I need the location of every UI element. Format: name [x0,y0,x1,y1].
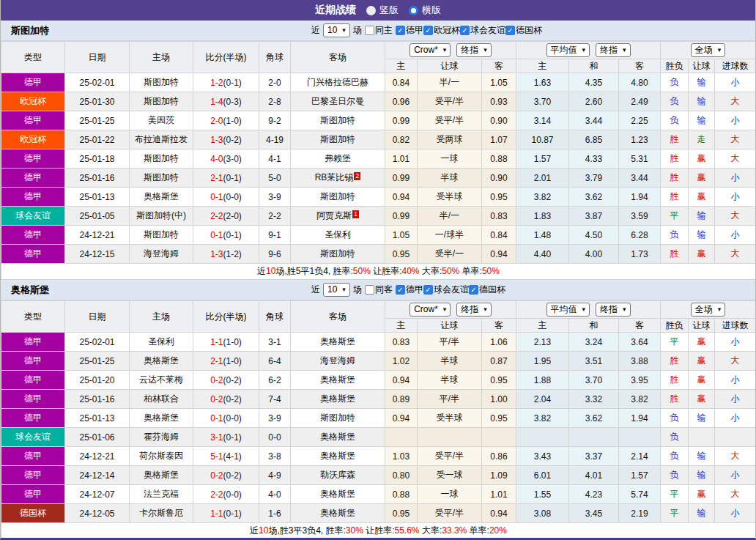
away-team-cell[interactable]: 奥格斯堡 [291,447,385,466]
layout-radio-vertical[interactable]: 竖版 [366,4,399,17]
home-team-link[interactable]: 美因茨 [148,115,174,125]
away-team-cell[interactable]: 海登海姆 [291,352,385,371]
league-filter-checkbox[interactable]: ✓欧冠杯 [423,24,460,37]
home-team-cell[interactable]: 斯图加特 [130,226,193,245]
away-team-link[interactable]: 奥格斯堡 [320,374,355,385]
home-team-cell[interactable]: 霍芬海姆 [130,428,193,447]
home-team-cell[interactable]: 斯图加特(中) [130,207,193,226]
same-venue-checkbox[interactable]: ✓ 同客 [365,284,393,296]
same-venue-checkbox[interactable]: ✓ 同主 [365,24,393,37]
home-team-link[interactable]: 斯图加特 [144,77,179,87]
away-team-link[interactable]: 巴黎圣日尔曼 [311,96,364,106]
checkbox-icon[interactable]: ✓ [365,285,374,295]
avg-final-select[interactable]: 终指▾ [596,303,631,317]
home-team-cell[interactable]: 美因茨 [130,111,193,130]
home-team-cell[interactable]: 奥格斯堡 [130,188,193,207]
home-team-cell[interactable]: 布拉迪斯拉发 [130,130,193,149]
away-team-cell[interactable]: 奥格斯堡 [291,428,385,447]
away-team-cell[interactable]: 奥格斯堡 [291,333,385,352]
away-team-link[interactable]: 海登海姆 [320,355,355,366]
checkbox-checked-icon[interactable]: ✓ [460,26,470,35]
away-team-link[interactable]: RB莱比锡 [315,172,354,182]
away-team-link[interactable]: 圣保利 [325,229,351,240]
away-team-cell[interactable]: 弗赖堡 [291,149,385,169]
league-filter-checkbox[interactable]: ✓德甲 [396,24,423,37]
home-team-cell[interactable]: 斯图加特 [130,149,193,169]
away-team-cell[interactable]: 奥格斯堡 [291,371,385,390]
scope-select[interactable]: 全场▾ [691,43,726,57]
away-team-link[interactable]: 斯图加特 [320,248,355,259]
away-team-cell[interactable]: 斯图加特 [291,111,385,130]
away-team-cell[interactable]: 奥格斯堡 [291,504,385,523]
games-count-select[interactable]: 10▾ [323,283,350,297]
home-team-link[interactable]: 斯图加特(中) [136,210,186,221]
home-team-cell[interactable]: 卡尔斯鲁厄 [130,504,193,523]
odds-final-select[interactable]: 终指▾ [456,43,492,57]
checkbox-checked-icon[interactable]: ✓ [423,285,433,295]
checkbox-icon[interactable]: ✓ [365,26,374,35]
average-select[interactable]: 平均值▾ [546,43,590,57]
away-team-cell[interactable]: RB莱比锡2 [291,169,385,188]
home-team-cell[interactable]: 奥格斯堡 [130,466,193,485]
home-team-cell[interactable]: 柏林联合 [130,390,193,409]
home-team-cell[interactable]: 法兰克福 [130,485,193,504]
away-team-link[interactable]: 奥格斯堡 [320,432,355,442]
away-team-link[interactable]: 阿贾克斯 [316,210,352,221]
bookmaker-select[interactable]: Crow*▾ [410,43,451,57]
games-count-select[interactable]: 10▾ [323,23,350,37]
league-filter-checkbox[interactable]: ✓球会友谊 [460,24,505,37]
home-team-link[interactable]: 布拉迪斯拉发 [135,134,188,144]
away-team-cell[interactable]: 斯图加特 [291,188,385,207]
home-team-link[interactable]: 法兰克福 [144,489,179,499]
home-team-link[interactable]: 柏林联合 [144,393,179,404]
radio-checked-icon[interactable] [409,6,418,15]
away-team-link[interactable]: 奥格斯堡 [320,489,355,499]
checkbox-checked-icon[interactable]: ✓ [423,26,433,35]
away-team-link[interactable]: 斯图加特 [320,191,355,201]
checkbox-checked-icon[interactable]: ✓ [469,285,478,295]
home-team-link[interactable]: 奥格斯堡 [144,470,179,480]
avg-final-select[interactable]: 终指▾ [596,43,631,57]
radio-icon[interactable] [366,6,376,15]
average-select[interactable]: 平均值▾ [546,303,590,317]
away-team-cell[interactable]: 斯图加特 [291,409,385,428]
away-team-link[interactable]: 奥格斯堡 [320,508,355,518]
home-team-link[interactable]: 奥格斯堡 [144,191,179,201]
away-team-link[interactable]: 门兴格拉德巴赫 [307,77,368,87]
home-team-link[interactable]: 霍芬海姆 [144,432,179,442]
home-team-cell[interactable]: 斯图加特 [130,169,193,188]
odds-final-select[interactable]: 终指▾ [456,303,492,317]
layout-radio-horizontal[interactable]: 横版 [409,4,441,17]
home-team-link[interactable]: 奥格斯堡 [144,413,179,423]
home-team-cell[interactable]: 荷尔斯泰因 [130,447,193,466]
home-team-cell[interactable]: 斯图加特 [130,73,193,92]
checkbox-checked-icon[interactable]: ✓ [396,285,405,295]
home-team-link[interactable]: 斯图加特 [144,96,179,106]
away-team-link[interactable]: 弗赖堡 [325,153,351,163]
checkbox-checked-icon[interactable]: ✓ [505,26,515,35]
home-team-link[interactable]: 斯图加特 [144,229,179,240]
home-team-cell[interactable]: 奥格斯堡 [130,409,193,428]
away-team-link[interactable]: 奥格斯堡 [320,336,355,347]
away-team-cell[interactable]: 巴黎圣日尔曼 [291,92,385,111]
away-team-link[interactable]: 奥格斯堡 [320,393,355,404]
away-team-cell[interactable]: 斯图加特 [291,245,385,264]
home-team-cell[interactable]: 奥格斯堡 [130,352,193,371]
away-team-link[interactable]: 斯图加特 [320,134,355,144]
home-team-cell[interactable]: 海登海姆 [130,245,193,264]
home-team-link[interactable]: 斯图加特 [144,153,179,163]
bookmaker-select[interactable]: Crow*▾ [410,303,451,317]
home-team-link[interactable]: 卡尔斯鲁厄 [139,508,183,518]
away-team-link[interactable]: 斯图加特 [320,115,355,125]
scope-select[interactable]: 全场▾ [691,303,726,317]
home-team-link[interactable]: 圣保利 [148,336,174,347]
home-team-link[interactable]: 海登海姆 [144,248,179,259]
away-team-link[interactable]: 斯图加特 [320,413,355,423]
home-team-cell[interactable]: 云达不莱梅 [130,371,193,390]
home-team-link[interactable]: 斯图加特 [144,172,179,182]
league-filter-checkbox[interactable]: ✓球会友谊 [423,284,469,296]
league-filter-checkbox[interactable]: ✓德甲 [396,284,423,296]
home-team-link[interactable]: 奥格斯堡 [144,355,179,366]
league-filter-checkbox[interactable]: ✓德国杯 [469,284,505,296]
away-team-cell[interactable]: 阿贾克斯1 [291,207,385,226]
